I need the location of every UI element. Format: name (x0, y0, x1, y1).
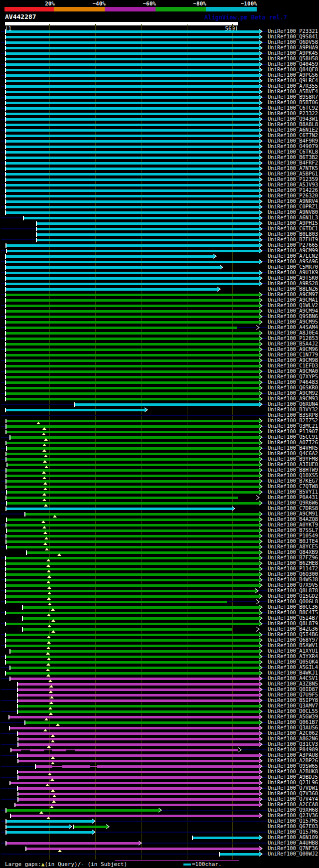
gap-in-query-triangle-icon (42, 444, 46, 446)
hit-arrow-fill (259, 463, 262, 467)
hit-bar-segment (5, 107, 259, 110)
hit-arrow-fill (259, 474, 262, 478)
hit-bar-segment (5, 52, 259, 55)
gap-in-query-triangle-icon (43, 482, 47, 485)
hit-bar-segment (5, 327, 237, 329)
hit-arrow-fill (256, 326, 259, 330)
hit-arrow-fill (259, 770, 262, 774)
hit-arrow-fill (92, 819, 95, 823)
hit-arrow-fill (259, 337, 262, 341)
hit-start-tick (8, 715, 9, 719)
hit-arrow-fill (259, 29, 262, 33)
hit-arrow-fill (259, 51, 262, 55)
hit-start-tick (5, 808, 6, 813)
hit-start-tick (5, 304, 6, 308)
hit-start-tick (5, 496, 6, 500)
hit-arrow-fill (259, 40, 262, 44)
hit-bar-segment (5, 168, 259, 170)
gap-in-subject-dash-icon: - (81, 861, 84, 868)
hit-start-tick (5, 364, 6, 368)
hit-start-tick (35, 764, 36, 769)
hit-start-tick (9, 435, 10, 440)
hit-bar-segment (22, 617, 259, 620)
hit-arrow-fill (259, 397, 262, 401)
hit-start-tick (5, 73, 6, 78)
hit-bar-segment (5, 96, 259, 99)
hit-bar-segment (5, 299, 259, 302)
hit-arrow-fill (259, 479, 262, 483)
hit-start-tick (5, 150, 6, 155)
hit-bar-segment (5, 305, 259, 307)
hit-bar-segment (11, 749, 21, 751)
hit-start-tick (5, 841, 6, 846)
hit-arrow-fill (259, 622, 262, 626)
hit-start-tick (5, 474, 6, 478)
scale-label-40: ~40% (71, 0, 106, 7)
hit-bar-segment (5, 140, 259, 143)
hit-bar-segment (75, 749, 238, 751)
hit-start-tick (5, 172, 6, 176)
hit-start-tick (10, 748, 11, 752)
hit-start-tick (5, 830, 6, 835)
hit-bar-segment (75, 403, 259, 406)
gap-in-query-triangle-icon (44, 718, 48, 720)
hit-arrow-fill (259, 73, 262, 77)
hit-start-tick (5, 210, 6, 215)
hit-arrow-fill (259, 221, 262, 225)
hit-arrow-fill (259, 797, 262, 801)
gap-in-query-triangle-icon (46, 669, 50, 671)
hit-start-tick (5, 369, 6, 374)
gap-in-query-triangle-icon (52, 800, 56, 803)
identity-colorbar-segment (105, 7, 156, 11)
hit-arrow-fill (259, 737, 262, 741)
hit-arrow-fill (259, 655, 262, 659)
hit-arrow-fill (259, 172, 262, 176)
hit-start-tick (5, 101, 6, 105)
hit-arrow-fill (259, 545, 262, 549)
hit-arrow-fill (259, 260, 262, 264)
hit-arrow-fill (259, 649, 262, 653)
hit-start-tick (5, 46, 6, 50)
hit-bar-segment (5, 348, 259, 351)
hit-bar-segment (36, 233, 259, 236)
hit-arrow-fill (259, 243, 262, 247)
hit-bar-segment (5, 392, 259, 395)
hit-bar-segment (5, 376, 259, 378)
hit-bar-segment (35, 765, 52, 768)
hit-arrow-fill (259, 594, 262, 598)
hit-start-tick (5, 51, 6, 56)
hit-arrow-fill (259, 561, 262, 565)
hit-start-tick (6, 528, 7, 533)
hit-start-tick (26, 550, 27, 555)
hit-arrow-fill (259, 315, 262, 319)
hit-arrow-fill (259, 331, 262, 335)
hit-bar-segment (5, 58, 259, 60)
gap-in-query-triangle-icon (52, 795, 56, 797)
hit-start-tick (5, 123, 6, 127)
hit-start-tick (6, 463, 7, 467)
hit-start-tick (25, 847, 26, 851)
gap-in-query-triangle-icon (47, 586, 51, 589)
hit-arrow-fill (259, 134, 262, 138)
hit-arrow-fill (259, 660, 262, 664)
scale-label-20: 20% (20, 0, 55, 7)
hit-start-tick (5, 161, 6, 166)
hit-arrow-fill (259, 836, 262, 840)
hit-arrow-fill (259, 386, 262, 390)
hit-bar-segment (5, 590, 255, 592)
hit-arrow-fill (259, 688, 262, 692)
hit-label[interactable]: UniRef100_Q00WJ2 (268, 851, 318, 857)
hit-arrow-fill (213, 254, 216, 258)
hit-start-tick (5, 188, 6, 193)
hit-arrow-fill (259, 485, 262, 489)
hit-start-tick (17, 693, 18, 697)
gap-in-query-triangle-icon (43, 729, 47, 731)
hit-arrow-fill (259, 227, 262, 231)
hit-bar-segment (5, 623, 259, 625)
hit-start-tick (6, 249, 7, 253)
scale-label-100: ~100% (222, 0, 257, 7)
gap-in-query-triangle-icon (51, 619, 55, 622)
gap-in-query-triangle-icon (49, 691, 53, 693)
gap-in-query-triangle-icon (47, 658, 51, 660)
hit-start-tick (5, 62, 6, 67)
